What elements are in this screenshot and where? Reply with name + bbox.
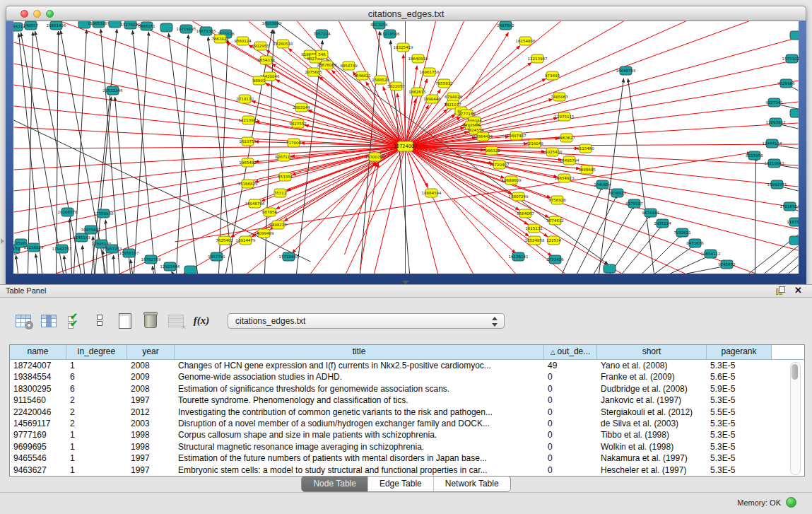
teal-node[interactable]: 12444134 <box>763 139 782 148</box>
teal-node[interactable]: 10654112 <box>701 250 721 258</box>
yellow-node[interactable]: 9560124 <box>234 37 252 45</box>
teal-node[interactable]: 7857224 <box>313 30 331 38</box>
yellow-node[interactable]: 7955812 <box>435 79 453 88</box>
teal-node[interactable]: 110653287 <box>88 21 110 28</box>
teal-node[interactable]: 9457791 <box>208 252 225 261</box>
yellow-node[interactable]: 1965492 <box>239 158 257 167</box>
float-panel-icon[interactable] <box>776 286 785 295</box>
teal-node[interactable]: 9329966 <box>777 79 795 88</box>
teal-node[interactable]: 9474444 <box>642 209 659 217</box>
yellow-node[interactable]: 5822057 <box>387 82 405 90</box>
teal-node[interactable]: 20206576 <box>58 208 78 216</box>
yellow-node[interactable]: 973493 <box>545 71 560 80</box>
yellow-node[interactable]: 18640910 <box>408 54 428 63</box>
yellow-node[interactable]: 16524858 <box>525 236 545 245</box>
teal-node[interactable]: 7832621 <box>673 228 691 237</box>
table-row[interactable]: 946362711997Embryonic stem cells: a mode… <box>10 465 804 476</box>
yellow-node[interactable]: 9463627 <box>558 134 575 142</box>
delete-table-icon[interactable] <box>167 312 185 330</box>
yellow-node[interactable]: 8854749 <box>340 62 358 70</box>
teal-node[interactable]: 15751024 <box>782 54 799 63</box>
column-header-out_de[interactable]: △out_de... <box>544 345 597 359</box>
table-row[interactable]: 2242004622012Investigating the contribut… <box>10 407 804 418</box>
yellow-node[interactable]: 35312 <box>274 189 287 197</box>
yellow-node[interactable]: 353354 <box>278 173 293 181</box>
yellow-node[interactable]: 7986322 <box>483 146 500 155</box>
yellow-node[interactable]: 7485063 <box>551 93 568 101</box>
teal-node[interactable]: 17016504 <box>780 202 799 211</box>
yellow-node[interactable]: 12213987 <box>528 54 548 63</box>
yellow-node[interactable]: 15166829 <box>238 180 258 188</box>
yellow-node[interactable]: 546 <box>316 50 328 59</box>
table-row[interactable]: 911546021997Tourette syndrome. Phenomeno… <box>10 395 804 406</box>
teal-node[interactable]: 8938923 <box>608 189 626 197</box>
teal-node[interactable] <box>790 31 799 40</box>
column-header-pagerank[interactable]: pagerank <box>707 345 772 359</box>
delete-column-icon[interactable] <box>141 312 160 330</box>
teal-node[interactable]: 16033809 <box>262 21 282 28</box>
yellow-node[interactable]: 16495794 <box>560 156 579 165</box>
teal-node[interactable]: 16136141 <box>509 252 529 261</box>
table-row[interactable]: 1938455462009Genome-wide association stu… <box>10 371 804 382</box>
column-header-name[interactable]: name <box>10 345 66 359</box>
column-header-in_degree[interactable]: in_degree <box>66 345 127 359</box>
close-panel-icon[interactable]: ✕ <box>794 285 802 296</box>
teal-node[interactable] <box>789 236 799 245</box>
yellow-node[interactable]: 9646821 <box>353 71 371 80</box>
teal-node[interactable]: 1640954 <box>594 180 611 189</box>
network-window-titlebar[interactable]: citations_edges.txt <box>6 6 806 21</box>
teal-node[interactable]: 1145193 <box>73 233 90 242</box>
yellow-node[interactable]: 10688609 <box>502 176 522 185</box>
teal-node[interactable]: 15718485 <box>279 252 299 261</box>
yellow-node[interactable]: 8584067 <box>517 209 534 218</box>
show-columns-icon[interactable] <box>40 312 58 330</box>
yellow-node[interactable]: 18884594 <box>422 189 442 197</box>
yellow-node[interactable]: 1588520 <box>372 76 389 84</box>
yellow-node[interactable]: 10025438 <box>543 148 563 156</box>
row-height-icon[interactable] <box>90 312 109 330</box>
teal-node[interactable] <box>184 266 196 274</box>
teal-node[interactable]: 9227341 <box>765 98 783 107</box>
left-splitter-grip[interactable] <box>1 238 4 244</box>
teal-node[interactable]: 17359938 <box>94 209 114 218</box>
table-row[interactable]: 1872400712008Changes of HCN gene express… <box>10 360 804 371</box>
yellow-node[interactable]: 18325419 <box>394 43 413 52</box>
teal-node[interactable]: 1167535 <box>787 218 799 226</box>
yellow-node[interactable]: 7625402 <box>216 236 233 245</box>
table-select-dropdown[interactable]: citations_edges.txt <box>228 313 505 329</box>
function-builder-icon[interactable]: f(x) <box>192 312 211 330</box>
teal-node[interactable]: 140557 <box>23 21 38 30</box>
yellow-node[interactable]: 1610755 <box>239 137 257 146</box>
tab-node-table[interactable]: Node Table <box>302 477 368 491</box>
teal-node[interactable]: 10958107 <box>119 249 139 257</box>
teal-node[interactable]: 16671385 <box>196 27 216 35</box>
yellow-node[interactable]: 98901 <box>253 76 266 85</box>
yellow-node[interactable]: 887854 <box>262 208 277 216</box>
teal-node[interactable]: 9245652 <box>718 260 736 269</box>
teal-node[interactable]: 13218506 <box>380 30 400 38</box>
column-header-year[interactable]: year <box>127 345 175 359</box>
yellow-node[interactable]: 717008 <box>286 139 301 147</box>
network-canvas[interactable]: 4055714140557208914061106532871527602164… <box>13 21 799 274</box>
teal-node[interactable]: 8471676 <box>686 239 704 247</box>
table-scrollbar-thumb[interactable] <box>792 364 798 380</box>
teal-node[interactable] <box>604 264 616 273</box>
teal-node[interactable]: 8813054 <box>370 21 388 29</box>
yellow-node[interactable]: 6794028 <box>445 93 462 101</box>
teal-node[interactable]: 16648784 <box>616 66 636 75</box>
teal-node[interactable]: 10719195 <box>177 25 196 33</box>
yellow-node[interactable]: 1615131 <box>525 224 543 233</box>
yellow-node[interactable]: 9756928 <box>548 196 566 204</box>
teal-node[interactable]: 2733426 <box>546 255 564 264</box>
table-row[interactable]: 977716911998Corpus callosum shape and si… <box>10 429 804 440</box>
yellow-node[interactable]: 2074612 <box>546 216 564 225</box>
select-columns-icon[interactable]: ✔ ✔ <box>65 312 83 330</box>
teal-node[interactable]: 12923446 <box>160 262 180 271</box>
yellow-node[interactable]: 2718170 <box>236 95 254 103</box>
tab-network-table[interactable]: Network Table <box>434 477 510 491</box>
new-column-icon[interactable] <box>116 312 134 330</box>
teal-node[interactable]: 6466161 <box>138 22 155 30</box>
teal-node[interactable]: 2935114 <box>654 219 671 228</box>
yellow-node[interactable]: 16914479 <box>236 236 256 245</box>
teal-node[interactable]: 17942757 <box>52 245 72 253</box>
